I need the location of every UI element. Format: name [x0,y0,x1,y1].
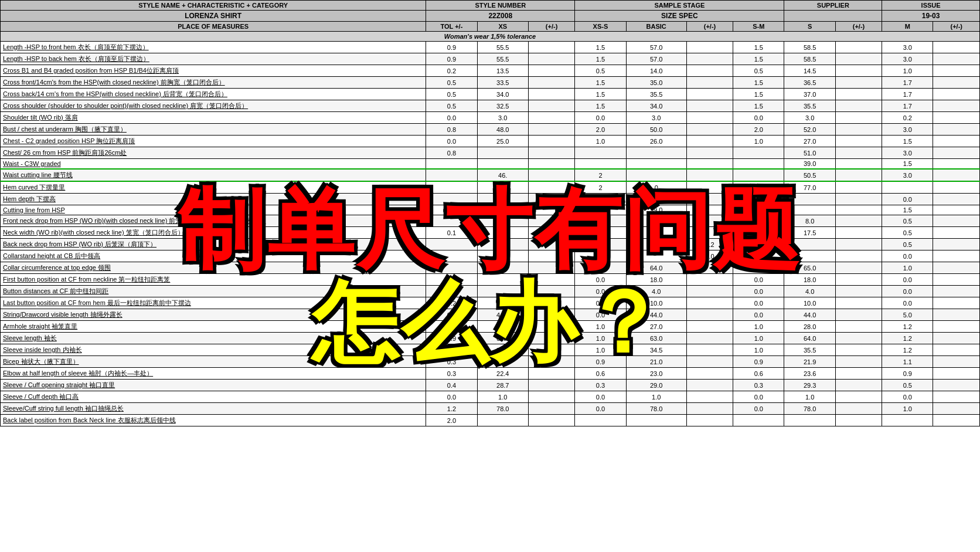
measure-value [528,77,574,89]
measure-value: 0.0 [426,136,477,147]
measure-value: 57.0 [626,42,686,53]
measure-value [528,368,574,380]
measure-label: Hem depth 下摆高 [1,194,426,205]
measure-value: 0.0 [882,274,933,286]
measure-value: 1.2 [882,344,933,356]
measure-value [477,239,528,250]
measure-value: 27.0 [626,321,686,333]
table-row: Length -HSP to back hem 衣长（肩顶至后下摆边）0.955… [1,53,980,65]
measure-value: 34.5 [626,344,686,356]
table-row: Sleeve / Cuff depth 袖口高0.01.00.01.00.01.… [1,391,980,403]
measure-value [528,250,574,262]
measure-value: 0.0 [426,391,477,403]
measure-value: 10.0 [784,297,835,309]
table-row: Back neck drop from HSP (WO rib) 后笼深（肩顶下… [1,239,980,250]
measure-value: 1.0 [882,403,933,415]
measure-value: 0.9 [426,53,477,65]
measure-value [528,65,574,77]
measure-value: 34.0 [477,89,528,100]
measure-value: 35.0 [626,77,686,89]
measure-value [686,215,733,227]
measure-value: 35.5 [626,89,686,100]
measure-value: 1.0 [733,333,784,344]
measure-value: 0.0 [575,309,626,321]
measure-value [933,380,980,391]
measure-label: Armhole straight 袖笼直里 [1,321,426,333]
measure-value [477,181,528,194]
measure-value [933,100,980,112]
measure-value: 25.0 [477,136,528,147]
measure-value: 21.0 [626,356,686,368]
measure-value [528,89,574,100]
measure-value [933,297,980,309]
measure-value: 1.2 [882,321,933,333]
measure-value: 63 [477,262,528,274]
measure-value: 18 [426,274,477,286]
measure-value: 0.5 [882,380,933,391]
measure-value [528,194,574,205]
measure-value [686,169,733,181]
measure-value: 1.0 [575,262,626,274]
col-s: S [784,22,835,32]
measure-label: Last button position at CF from hem 最后一粒… [1,297,426,309]
measure-label: Sleeve length 袖长 [1,333,426,344]
tolerance-note: Woman's wear 1,5% tolerance [1,32,980,42]
measure-value [528,239,574,250]
measure-value: 26.0 [477,321,528,333]
header-row-1: STYLE NAME + CHARACTERISTIC + CATEGORY S… [1,1,980,11]
header-issue: ISSUE [882,1,980,11]
col-xss: XS-S [575,22,626,32]
measure-value: 1.0 [882,65,933,77]
measure-value: 29.3 [784,380,835,391]
measure-value: 1.0 [733,321,784,333]
measure-value: 0 [626,181,686,194]
table-row: Front neck drop from HSP (WO rib)(with c… [1,215,980,227]
measure-value: 0.2 [686,239,733,250]
measure-value: 35.5 [784,344,835,356]
measure-value: 1.5 [575,77,626,89]
measure-value: 0.5 [426,344,477,356]
measure-value [686,274,733,286]
table-row: Bust / chest at underarm 胸围（腋下直里）0.848.0… [1,124,980,136]
measure-label: Shoulder tilt (WO rib) 落肩 [1,112,426,124]
measure-value: 1.0 [733,344,784,356]
measure-value [426,239,477,250]
measure-value: 1.0 [575,333,626,344]
measure-value: 0.8 [426,147,477,159]
measure-value: 2.0 [733,124,784,136]
measure-value [733,147,784,159]
measure-value: 0.6 [733,368,784,380]
col-pm2: (+/-) [686,22,733,32]
measure-label: Collar circumference at top edge 领围 [1,262,426,274]
measure-value: 23.0 [626,368,686,380]
measure-value: 0.0 [575,286,626,297]
measure-value [933,227,980,239]
measure-value: 1.7 [882,89,933,100]
measure-value: 0.0 [733,309,784,321]
measure-label: Bicep 袖状大（腋下直里） [1,356,426,368]
measure-value: 0.2 [426,65,477,77]
measure-value [835,159,882,170]
measure-value [835,333,882,344]
measure-value [528,309,574,321]
measure-value: 1.0 [784,391,835,403]
measure-value: 4.0 [626,286,686,297]
measure-value: 0.9 [733,356,784,368]
measure-value: 57.0 [626,53,686,65]
measure-value: 0.5 [882,215,933,227]
measure-value: 51.0 [784,147,835,159]
measure-value [528,205,574,215]
measure-value: 0.5 [733,65,784,77]
table-row: Last button position at CF from hem 最后一粒… [1,297,980,309]
measure-value: 0.5 [575,227,626,239]
measure-value [426,205,477,215]
measure-value [733,415,784,426]
measure-value [528,391,574,403]
measure-value [426,215,477,227]
measure-value: 1.5 [733,77,784,89]
measure-value: 77.0 [784,181,835,194]
measure-label: Neck width (WO rib)(with closed neck lin… [1,227,426,239]
measure-value: 3.0 [477,112,528,124]
table-row: Collar circumference at top edge 领围631.0… [1,262,980,274]
measure-value [933,53,980,65]
